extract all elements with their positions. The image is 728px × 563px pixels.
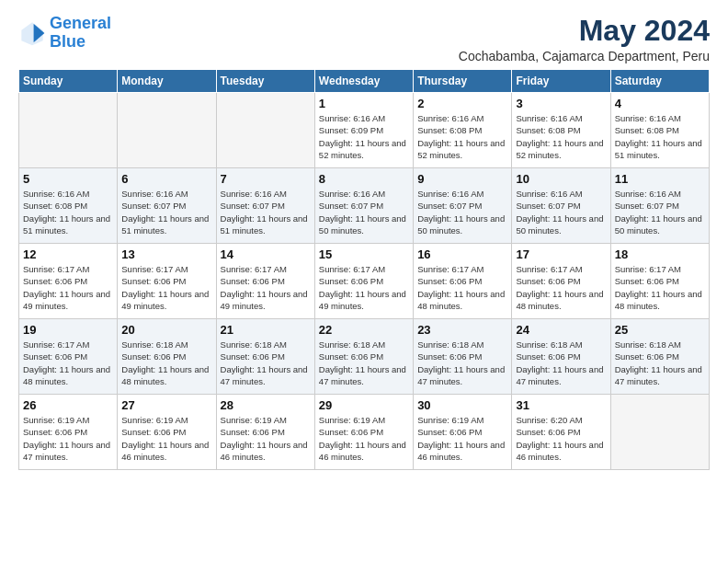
calendar-week-row: 1Sunrise: 6:16 AMSunset: 6:09 PMDaylight…: [19, 93, 710, 168]
table-cell: 12Sunrise: 6:17 AMSunset: 6:06 PMDayligh…: [19, 244, 118, 319]
day-info: Sunrise: 6:18 AMSunset: 6:06 PMDaylight:…: [221, 339, 311, 387]
table-cell: 23Sunrise: 6:18 AMSunset: 6:06 PMDayligh…: [414, 319, 512, 395]
day-number: 21: [221, 323, 311, 337]
day-info: Sunrise: 6:16 AMSunset: 6:08 PMDaylight:…: [615, 112, 705, 161]
col-thursday: Thursday: [414, 70, 512, 93]
day-info: Sunrise: 6:19 AMSunset: 6:06 PMDaylight:…: [221, 414, 311, 463]
day-info: Sunrise: 6:16 AMSunset: 6:09 PMDaylight:…: [319, 112, 409, 161]
day-number: 26: [23, 398, 113, 412]
table-cell: [118, 93, 216, 168]
day-info: Sunrise: 6:17 AMSunset: 6:06 PMDaylight:…: [417, 263, 507, 312]
table-cell: 15Sunrise: 6:17 AMSunset: 6:06 PMDayligh…: [314, 244, 413, 319]
table-cell: 7Sunrise: 6:16 AMSunset: 6:07 PMDaylight…: [216, 168, 314, 244]
day-number: 13: [121, 247, 211, 261]
day-info: Sunrise: 6:16 AMSunset: 6:08 PMDaylight:…: [417, 112, 507, 161]
table-cell: 21Sunrise: 6:18 AMSunset: 6:06 PMDayligh…: [216, 319, 314, 395]
table-cell: 9Sunrise: 6:16 AMSunset: 6:07 PMDaylight…: [414, 168, 512, 244]
day-info: Sunrise: 6:18 AMSunset: 6:06 PMDaylight:…: [417, 339, 507, 387]
table-cell: 4Sunrise: 6:16 AMSunset: 6:08 PMDaylight…: [610, 93, 709, 168]
day-number: 15: [319, 247, 409, 261]
table-cell: 30Sunrise: 6:19 AMSunset: 6:06 PMDayligh…: [414, 395, 512, 470]
day-number: 28: [221, 398, 311, 412]
header: General Blue May 2024 Cochabamba, Cajama…: [18, 15, 710, 63]
table-cell: 25Sunrise: 6:18 AMSunset: 6:06 PMDayligh…: [610, 319, 709, 395]
day-number: 16: [417, 247, 507, 261]
table-cell: 10Sunrise: 6:16 AMSunset: 6:07 PMDayligh…: [512, 168, 610, 244]
day-info: Sunrise: 6:19 AMSunset: 6:06 PMDaylight:…: [121, 414, 211, 463]
day-number: 12: [23, 247, 113, 261]
table-cell: 28Sunrise: 6:19 AMSunset: 6:06 PMDayligh…: [216, 395, 314, 470]
day-number: 11: [615, 172, 705, 186]
day-info: Sunrise: 6:17 AMSunset: 6:06 PMDaylight:…: [121, 263, 211, 312]
month-title: May 2024: [459, 15, 710, 47]
calendar-week-row: 26Sunrise: 6:19 AMSunset: 6:06 PMDayligh…: [19, 395, 710, 470]
table-cell: 1Sunrise: 6:16 AMSunset: 6:09 PMDaylight…: [314, 93, 413, 168]
table-cell: 2Sunrise: 6:16 AMSunset: 6:08 PMDaylight…: [414, 93, 512, 168]
col-friday: Friday: [512, 70, 610, 93]
table-cell: 5Sunrise: 6:16 AMSunset: 6:08 PMDaylight…: [19, 168, 118, 244]
day-info: Sunrise: 6:16 AMSunset: 6:07 PMDaylight:…: [221, 188, 311, 236]
day-number: 25: [615, 323, 705, 337]
day-info: Sunrise: 6:16 AMSunset: 6:08 PMDaylight:…: [516, 112, 606, 161]
table-cell: 8Sunrise: 6:16 AMSunset: 6:07 PMDaylight…: [314, 168, 413, 244]
table-cell: 11Sunrise: 6:16 AMSunset: 6:07 PMDayligh…: [610, 168, 709, 244]
col-tuesday: Tuesday: [216, 70, 314, 93]
title-block: May 2024 Cochabamba, Cajamarca Departmen…: [459, 15, 710, 63]
table-cell: 27Sunrise: 6:19 AMSunset: 6:06 PMDayligh…: [118, 395, 216, 470]
day-number: 2: [417, 97, 507, 110]
logo-general: General: [50, 14, 111, 32]
day-info: Sunrise: 6:19 AMSunset: 6:06 PMDaylight:…: [417, 414, 507, 463]
day-number: 14: [221, 247, 311, 261]
table-cell: 29Sunrise: 6:19 AMSunset: 6:06 PMDayligh…: [314, 395, 413, 470]
table-cell: 16Sunrise: 6:17 AMSunset: 6:06 PMDayligh…: [414, 244, 512, 319]
day-info: Sunrise: 6:16 AMSunset: 6:07 PMDaylight:…: [615, 188, 705, 236]
day-info: Sunrise: 6:17 AMSunset: 6:06 PMDaylight:…: [23, 339, 113, 387]
day-info: Sunrise: 6:16 AMSunset: 6:07 PMDaylight:…: [417, 188, 507, 236]
table-cell: [610, 395, 709, 470]
day-number: 29: [319, 398, 409, 412]
table-cell: 26Sunrise: 6:19 AMSunset: 6:06 PMDayligh…: [19, 395, 118, 470]
day-info: Sunrise: 6:16 AMSunset: 6:07 PMDaylight:…: [121, 188, 211, 236]
calendar-week-row: 12Sunrise: 6:17 AMSunset: 6:06 PMDayligh…: [19, 244, 710, 319]
day-info: Sunrise: 6:18 AMSunset: 6:06 PMDaylight:…: [121, 339, 211, 387]
table-cell: 22Sunrise: 6:18 AMSunset: 6:06 PMDayligh…: [314, 319, 413, 395]
day-number: 30: [417, 398, 507, 412]
table-cell: [19, 93, 118, 168]
col-wednesday: Wednesday: [314, 70, 413, 93]
day-info: Sunrise: 6:18 AMSunset: 6:06 PMDaylight:…: [319, 339, 409, 387]
day-info: Sunrise: 6:17 AMSunset: 6:06 PMDaylight:…: [516, 263, 606, 312]
day-number: 27: [121, 398, 211, 412]
day-number: 19: [23, 323, 113, 337]
table-cell: 24Sunrise: 6:18 AMSunset: 6:06 PMDayligh…: [512, 319, 610, 395]
day-info: Sunrise: 6:17 AMSunset: 6:06 PMDaylight:…: [319, 263, 409, 312]
table-cell: 19Sunrise: 6:17 AMSunset: 6:06 PMDayligh…: [19, 319, 118, 395]
table-cell: 14Sunrise: 6:17 AMSunset: 6:06 PMDayligh…: [216, 244, 314, 319]
day-number: 24: [516, 323, 606, 337]
day-number: 5: [23, 172, 113, 186]
day-info: Sunrise: 6:18 AMSunset: 6:06 PMDaylight:…: [615, 339, 705, 387]
day-number: 8: [319, 172, 409, 186]
day-number: 7: [221, 172, 311, 186]
day-number: 18: [615, 247, 705, 261]
day-info: Sunrise: 6:16 AMSunset: 6:08 PMDaylight:…: [23, 188, 113, 236]
day-number: 9: [417, 172, 507, 186]
table-cell: 6Sunrise: 6:16 AMSunset: 6:07 PMDaylight…: [118, 168, 216, 244]
day-info: Sunrise: 6:20 AMSunset: 6:06 PMDaylight:…: [516, 414, 606, 463]
day-info: Sunrise: 6:17 AMSunset: 6:06 PMDaylight:…: [23, 263, 113, 312]
location: Cochabamba, Cajamarca Department, Peru: [459, 49, 710, 63]
calendar: Sunday Monday Tuesday Wednesday Thursday…: [18, 69, 710, 470]
day-number: 1: [319, 97, 409, 110]
table-cell: [216, 93, 314, 168]
day-info: Sunrise: 6:19 AMSunset: 6:06 PMDaylight:…: [319, 414, 409, 463]
day-number: 31: [516, 398, 606, 412]
table-cell: 13Sunrise: 6:17 AMSunset: 6:06 PMDayligh…: [118, 244, 216, 319]
day-number: 10: [516, 172, 606, 186]
day-number: 17: [516, 247, 606, 261]
day-info: Sunrise: 6:18 AMSunset: 6:06 PMDaylight:…: [516, 339, 606, 387]
table-cell: 3Sunrise: 6:16 AMSunset: 6:08 PMDaylight…: [512, 93, 610, 168]
day-info: Sunrise: 6:17 AMSunset: 6:06 PMDaylight:…: [615, 263, 705, 312]
logo: General Blue: [18, 15, 111, 52]
col-monday: Monday: [118, 70, 216, 93]
table-cell: 17Sunrise: 6:17 AMSunset: 6:06 PMDayligh…: [512, 244, 610, 319]
day-number: 4: [615, 97, 705, 110]
